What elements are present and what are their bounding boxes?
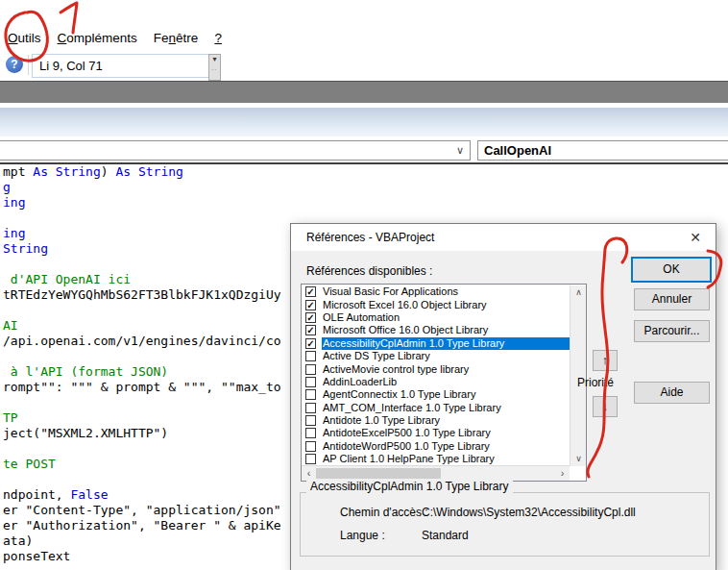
menu-item-outils[interactable]: Outils [8, 31, 41, 45]
reference-item[interactable]: ✓AccessibilityCplAdmin 1.0 Type Library [302, 337, 570, 350]
reference-item[interactable]: AntidoteWordP500 1.0 Type Library [302, 440, 570, 453]
reference-item-label: AP Client 1.0 HelpPane Type Library [322, 453, 570, 465]
priority-down-button[interactable]: ↓ [593, 396, 618, 417]
close-icon[interactable]: ✕ [681, 227, 710, 248]
references-list: ✓Visual Basic For Applications✓Microsoft… [302, 285, 570, 466]
priority-label: Priorité [577, 376, 614, 389]
procedure-combobox[interactable]: CallOpenAI [477, 140, 728, 161]
help-button[interactable]: Aide [634, 382, 710, 404]
reference-info-groupbox [300, 492, 710, 557]
grip-dots-icon: ∙∙ [209, 64, 220, 74]
scroll-down-icon[interactable]: ∨ [570, 452, 587, 466]
menu-item-complements[interactable]: Compléments [58, 31, 137, 45]
reference-item-label: OLE Automation [322, 311, 570, 324]
reference-item[interactable]: ActiveMovie control type library [302, 362, 570, 375]
language-label: Langue : [340, 529, 385, 542]
code-line: ing [0, 195, 728, 211]
checkbox-unchecked-icon[interactable] [305, 441, 316, 452]
cursor-position-status[interactable]: Li 9, Col 71 [32, 54, 220, 78]
references-listbox: ✓Visual Basic For Applications✓Microsoft… [301, 284, 587, 482]
dialog-title: Références - VBAProject [291, 224, 716, 251]
reference-item-label: Microsoft Office 16.0 Object Library [322, 324, 570, 336]
reference-item-label: AddinLoaderLib [322, 376, 570, 388]
reference-item-label: Microsoft Excel 16.0 Object Library [322, 299, 570, 311]
reference-item[interactable]: AMT_COM_Interface 1.0 Type Library [302, 402, 570, 414]
checkbox-unchecked-icon[interactable] [305, 351, 316, 361]
reference-item-label: Antidote 1.0 Type Library [322, 414, 570, 427]
chevron-down-icon: ∨ [456, 141, 464, 160]
docked-window-bar [0, 81, 728, 103]
menu-bar: OutilsComplémentsFenêtre? [0, 25, 728, 51]
language-value: Standard [422, 529, 469, 542]
reference-item[interactable]: Active DS Type Library [302, 350, 570, 362]
checkbox-checked-icon[interactable]: ✓ [305, 312, 316, 323]
reference-item[interactable]: ✓Microsoft Office 16.0 Object Library [302, 324, 570, 336]
checkbox-unchecked-icon[interactable] [305, 364, 316, 375]
path-value: C:\Windows\System32\AccessibilityCpl.dll [422, 506, 636, 519]
checkbox-checked-icon[interactable]: ✓ [305, 300, 316, 310]
checkbox-unchecked-icon[interactable] [305, 377, 316, 387]
reference-item-label: AntidoteWordP500 1.0 Type Library [322, 440, 570, 453]
cancel-button[interactable]: Annuler [634, 288, 710, 310]
menu-item-fenetre[interactable]: Fenêtre [154, 31, 199, 45]
reference-info-title: AccessibilityCplAdmin 1.0 Type Library [306, 480, 513, 493]
code-header: ∨ CallOpenAI [0, 140, 728, 161]
reference-item[interactable]: AddinLoaderLib [302, 376, 570, 388]
code-line: mpt As String) As String [0, 164, 728, 180]
reference-item[interactable]: AgentConnectix 1.0 Type Library [302, 388, 570, 401]
reference-item-label: Visual Basic For Applications [322, 285, 570, 298]
checkbox-unchecked-icon[interactable] [305, 403, 316, 413]
reference-item-label: AMT_COM_Interface 1.0 Type Library [322, 402, 570, 414]
checkbox-unchecked-icon[interactable] [305, 454, 316, 464]
checkbox-unchecked-icon[interactable] [305, 415, 316, 426]
reference-item[interactable]: Antidote 1.0 Type Library [302, 414, 570, 427]
reference-item-label: AccessibilityCplAdmin 1.0 Type Library [322, 337, 570, 350]
toolbar-separator [28, 55, 29, 75]
scrollbar-thumb[interactable] [316, 468, 441, 479]
path-label: Chemin d'accès : [340, 506, 428, 519]
ok-button[interactable]: OK [631, 257, 712, 283]
reference-item[interactable]: AP Client 1.0 HelpPane Type Library [302, 453, 570, 465]
reference-item-label: AgentConnectix 1.0 Type Library [322, 388, 570, 401]
toolbar: ? Li 9, Col 71 ▾ ∙∙ [0, 51, 728, 81]
scroll-up-icon[interactable]: ∧ [570, 285, 587, 300]
browse-button[interactable]: Parcourir... [634, 320, 710, 342]
references-dialog: Références - VBAProject ✕ Références dis… [290, 223, 716, 570]
object-combobox[interactable]: ∨ [0, 140, 471, 161]
checkbox-unchecked-icon[interactable] [305, 389, 316, 400]
code-line: g [0, 180, 728, 195]
reference-item[interactable]: ✓Microsoft Excel 16.0 Object Library [302, 298, 570, 310]
reference-item[interactable]: ✓Visual Basic For Applications [302, 285, 570, 298]
help-icon[interactable]: ? [6, 56, 23, 73]
menu-item-aide[interactable]: ? [214, 31, 222, 45]
checkbox-unchecked-icon[interactable] [305, 428, 316, 438]
scroll-right-icon[interactable]: › [555, 466, 570, 482]
checkbox-checked-icon[interactable]: ✓ [305, 286, 316, 297]
checkbox-checked-icon[interactable]: ✓ [305, 338, 316, 349]
reference-item[interactable]: ✓OLE Automation [302, 311, 570, 324]
window-gradient-bar [0, 108, 728, 136]
reference-item-label: AntidoteExcelP500 1.0 Type Library [322, 427, 570, 439]
horizontal-scrollbar[interactable]: ‹ › [302, 465, 570, 481]
priority-up-button[interactable]: ↑ [593, 350, 618, 371]
reference-item[interactable]: AntidoteExcelP500 1.0 Type Library [302, 427, 570, 439]
checkbox-checked-icon[interactable]: ✓ [305, 325, 316, 335]
reference-item-label: Active DS Type Library [322, 350, 570, 362]
reference-item-label: ActiveMovie control type library [322, 363, 570, 376]
chevron-down-icon: ▾ [212, 55, 216, 63]
toolbar-overflow-button[interactable]: ▾ ∙∙ [208, 54, 221, 81]
available-references-label: Références disponibles : [306, 264, 432, 278]
